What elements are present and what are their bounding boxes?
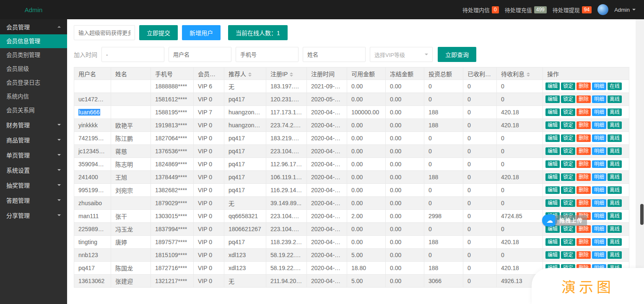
sort-icon[interactable]	[290, 72, 293, 77]
del-button[interactable]: 删除	[576, 147, 591, 155]
detail-button[interactable]: 明细	[592, 225, 606, 233]
column-header[interactable]: 会员等级	[194, 67, 224, 80]
offline-button[interactable]: 离线	[608, 251, 622, 259]
edit-button[interactable]: 编辑	[545, 82, 560, 90]
sidebar-subitem-会员关系网[interactable]: 会员关系网	[0, 103, 67, 117]
lock-button[interactable]: 锁定	[561, 199, 575, 207]
lock-button[interactable]: 锁定	[561, 108, 575, 116]
sidebar-subitem-会员层级[interactable]: 会员层级	[0, 62, 67, 76]
lock-button[interactable]: 锁定	[561, 160, 575, 168]
edit-button[interactable]: 编辑	[545, 134, 560, 142]
detail-button[interactable]: 明细	[592, 82, 606, 90]
lock-button[interactable]: 锁定	[561, 238, 575, 246]
lock-button[interactable]: 锁定	[561, 147, 575, 155]
edit-button[interactable]: 编辑	[545, 95, 560, 103]
offline-button[interactable]: 离线	[608, 186, 622, 194]
user-menu[interactable]: Admin	[614, 7, 636, 13]
lock-button[interactable]: 锁定	[561, 134, 575, 142]
lock-button[interactable]: 锁定	[561, 95, 575, 103]
sort-asc-icon[interactable]	[248, 72, 252, 74]
lock-button[interactable]: 锁定	[561, 251, 575, 259]
offline-button[interactable]: 离线	[608, 147, 622, 155]
lock-button[interactable]: 锁定	[561, 82, 575, 90]
del-button[interactable]: 删除	[576, 121, 591, 129]
search-button[interactable]: 立即查询	[438, 47, 476, 62]
del-button[interactable]: 删除	[576, 238, 591, 246]
lock-button[interactable]: 锁定	[561, 186, 575, 194]
offline-button[interactable]: 离线	[608, 225, 622, 233]
sidebar-item-财务管理[interactable]: 财务管理	[0, 117, 67, 132]
sidebar-item-系统设置[interactable]: 系统设置	[0, 162, 67, 178]
edit-button[interactable]: 编辑	[545, 173, 560, 181]
del-button[interactable]: 删除	[576, 173, 591, 181]
column-header[interactable]: 推荐人	[224, 67, 266, 80]
sidebar-subitem-会员登录日志[interactable]: 会员登录日志	[0, 76, 67, 90]
vip-level-select[interactable]: 选择VIP等级	[370, 47, 433, 62]
detail-button[interactable]: 明细	[592, 251, 606, 259]
del-button[interactable]: 删除	[576, 82, 591, 90]
super-password-input[interactable]	[74, 25, 135, 40]
detail-button[interactable]: 明细	[592, 199, 606, 207]
del-button[interactable]: 删除	[576, 134, 591, 142]
edit-button[interactable]: 编辑	[545, 121, 560, 129]
offline-button[interactable]: 离线	[608, 134, 622, 142]
offline-button[interactable]: 离线	[608, 160, 622, 168]
detail-button[interactable]: 明细	[592, 147, 606, 155]
del-button[interactable]: 删除	[576, 199, 591, 207]
sort-icon[interactable]	[248, 72, 252, 77]
online-count-button[interactable]: 当前在线人数：1	[228, 25, 288, 40]
sort-asc-icon[interactable]	[493, 72, 496, 74]
del-button[interactable]: 删除	[576, 108, 591, 116]
detail-button[interactable]: 明细	[592, 160, 606, 168]
del-button[interactable]: 删除	[576, 251, 591, 259]
sidebar-subitem-系统内信[interactable]: 系统内信	[0, 90, 67, 103]
sidebar-subitem-会员类别管理[interactable]: 会员类别管理	[0, 48, 67, 62]
sidebar-item-抽奖管理[interactable]: 抽奖管理	[0, 178, 67, 193]
sort-asc-icon[interactable]	[527, 72, 530, 74]
submit-button[interactable]: 立即提交	[139, 25, 178, 40]
del-button[interactable]: 删除	[576, 186, 591, 194]
edit-button[interactable]: 编辑	[545, 199, 560, 207]
edit-button[interactable]: 编辑	[545, 160, 560, 168]
detail-button[interactable]: 明细	[592, 173, 606, 181]
sort-desc-icon[interactable]	[493, 75, 496, 77]
edit-button[interactable]: 编辑	[545, 238, 560, 246]
detail-button[interactable]: 明细	[592, 212, 606, 220]
column-header[interactable]: 注册IP	[266, 67, 307, 80]
offline-button[interactable]: 离线	[608, 121, 622, 129]
detail-button[interactable]: 明细	[592, 95, 606, 103]
realname-input[interactable]	[303, 47, 366, 62]
scrollbar-thumb[interactable]	[640, 204, 644, 225]
column-header[interactable]: 已收利息	[463, 67, 497, 80]
phone-input[interactable]	[236, 47, 299, 62]
sidebar-item-答题管理[interactable]: 答题管理	[0, 193, 67, 208]
sort-desc-icon[interactable]	[527, 75, 530, 77]
sort-asc-icon[interactable]	[290, 72, 293, 74]
offline-button[interactable]: 离线	[608, 212, 622, 220]
join-time-input[interactable]	[101, 47, 164, 62]
lock-button[interactable]: 锁定	[561, 173, 575, 181]
lock-button[interactable]: 锁定	[561, 121, 575, 129]
sort-desc-icon[interactable]	[248, 75, 252, 77]
drag-upload-widget[interactable]: ☁ 拖拽上传	[542, 214, 587, 227]
edit-button[interactable]: 编辑	[545, 251, 560, 259]
topbar-stat[interactable]: 待处理提现94	[553, 6, 592, 14]
sidebar-item-分享管理[interactable]: 分享管理	[0, 208, 67, 223]
page-scrollbar[interactable]	[640, 19, 644, 304]
detail-button[interactable]: 明细	[592, 238, 606, 246]
add-user-button[interactable]: 新增用户	[182, 25, 221, 40]
online-button[interactable]: 在线	[608, 82, 622, 90]
column-header[interactable]: 待收利息	[497, 67, 543, 80]
topbar-stat[interactable]: 待处理充值499	[505, 6, 547, 14]
user-avatar[interactable]	[597, 4, 608, 15]
sort-icon[interactable]	[493, 72, 496, 77]
sidebar-subitem-会员信息管理[interactable]: 会员信息管理	[0, 34, 67, 48]
edit-button[interactable]: 编辑	[545, 108, 560, 116]
offline-button[interactable]: 离线	[608, 95, 622, 103]
sidebar-item-单页管理[interactable]: 单页管理	[0, 147, 67, 162]
del-button[interactable]: 删除	[576, 95, 591, 103]
del-button[interactable]: 删除	[576, 160, 591, 168]
detail-button[interactable]: 明细	[592, 108, 606, 116]
detail-button[interactable]: 明细	[592, 186, 606, 194]
sort-desc-icon[interactable]	[290, 75, 293, 77]
